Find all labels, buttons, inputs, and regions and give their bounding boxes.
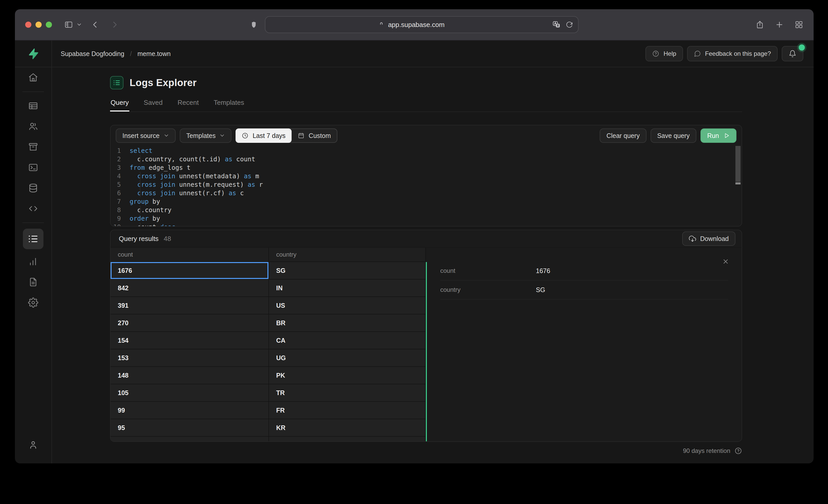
supabase-logo-icon[interactable] xyxy=(27,48,39,59)
table-header-row: countcountry xyxy=(111,247,426,262)
cell-country[interactable]: FR xyxy=(269,402,426,419)
editor-scrollbar-thumb[interactable] xyxy=(736,146,741,182)
browser-toolbar: app.supabase.com xyxy=(15,9,814,41)
cell-count[interactable]: 154 xyxy=(111,332,269,349)
sidebar-item-docs[interactable] xyxy=(24,273,42,291)
feedback-button[interactable]: Feedback on this page? xyxy=(687,46,778,61)
clock-icon xyxy=(242,132,248,139)
sidebar-item-table-editor[interactable] xyxy=(24,97,42,115)
templates-button[interactable]: Templates xyxy=(180,129,232,143)
close-window-button[interactable] xyxy=(25,21,31,28)
insert-source-button[interactable]: Insert source xyxy=(116,129,176,143)
reload-icon[interactable] xyxy=(566,21,573,28)
save-query-button[interactable]: Save query xyxy=(651,129,696,143)
tab-saved[interactable]: Saved xyxy=(143,98,163,111)
account-avatar-icon[interactable] xyxy=(28,440,38,450)
share-icon[interactable] xyxy=(755,20,764,29)
clear-query-button[interactable]: Clear query xyxy=(599,129,646,143)
cell-country[interactable]: SG xyxy=(269,262,426,279)
sidebar-item-reports[interactable] xyxy=(24,252,42,271)
sidebar-item-auth[interactable] xyxy=(24,117,42,136)
new-tab-icon[interactable] xyxy=(775,20,784,29)
cell-country[interactable]: US xyxy=(269,297,426,314)
code-line: 2 c.country, count(t.id) as count xyxy=(111,155,742,164)
question-circle-icon[interactable] xyxy=(734,447,742,455)
help-circle-icon xyxy=(652,50,659,57)
feedback-label: Feedback on this page? xyxy=(705,50,771,57)
cell-count[interactable]: 105 xyxy=(111,384,269,402)
last-7-days-segment[interactable]: Last 7 days xyxy=(236,129,292,143)
date-range-segment: Last 7 days Custom xyxy=(236,129,337,143)
settings-icon xyxy=(28,297,38,308)
run-label: Run xyxy=(707,132,719,139)
breadcrumb-separator: / xyxy=(130,50,132,57)
detail-row: countrySG xyxy=(440,280,728,300)
cell-country[interactable]: TR xyxy=(269,384,426,402)
cell-count[interactable]: 95 xyxy=(111,419,269,437)
table-row: 148PK xyxy=(111,367,426,384)
auth-icon xyxy=(28,121,38,132)
speech-bubble-icon xyxy=(694,50,701,57)
close-icon[interactable] xyxy=(722,258,729,265)
help-button[interactable]: Help xyxy=(646,46,683,61)
minimize-window-button[interactable] xyxy=(36,21,42,28)
calendar-icon xyxy=(298,132,304,139)
sql-code-editor[interactable]: 1select2 c.country, count(t.id) as count… xyxy=(111,146,742,227)
cell-count[interactable]: 1676 xyxy=(111,262,269,279)
table-row: 95KR xyxy=(111,419,426,437)
sidebar-item-storage[interactable] xyxy=(24,138,42,156)
cell-country[interactable]: CA xyxy=(269,332,426,349)
column-header-country[interactable]: country xyxy=(269,247,426,262)
code-line: 8 c.country xyxy=(111,206,742,214)
run-query-button[interactable]: Run xyxy=(700,129,737,143)
url-text: app.supabase.com xyxy=(388,21,445,29)
sidebar-item-settings[interactable] xyxy=(24,293,42,312)
desktop-background: app.supabase.com Supabase Dog xyxy=(0,0,828,504)
line-number: 8 xyxy=(111,206,130,214)
sidebar-item-database[interactable] xyxy=(24,179,42,197)
page-title: Logs Explorer xyxy=(130,77,197,88)
cell-count[interactable]: 270 xyxy=(111,314,269,332)
cell-country[interactable]: IN xyxy=(269,279,426,297)
back-icon[interactable] xyxy=(91,20,99,29)
chevron-down-icon xyxy=(219,133,225,138)
cell-count[interactable]: 391 xyxy=(111,297,269,314)
cell-country[interactable]: PK xyxy=(269,367,426,384)
sidebar-item-logs[interactable] xyxy=(23,229,43,249)
editor-actions: Clear query Save query Run xyxy=(599,129,737,143)
chevron-down-icon xyxy=(164,133,169,138)
tab-templates[interactable]: Templates xyxy=(213,98,245,111)
breadcrumb: Supabase Dogfooding / meme.town xyxy=(61,50,171,57)
sidebar-toggle-icon[interactable] xyxy=(64,20,73,29)
tab-recent[interactable]: Recent xyxy=(177,98,199,111)
cell-count[interactable]: 842 xyxy=(111,279,269,297)
cell-count[interactable]: 153 xyxy=(111,349,269,367)
cell-country[interactable]: BR xyxy=(269,314,426,332)
sidebar-item-api[interactable] xyxy=(24,199,42,218)
cell-country[interactable]: KR xyxy=(269,419,426,437)
zoom-window-button[interactable] xyxy=(46,21,52,28)
last-7-days-label: Last 7 days xyxy=(252,132,285,139)
tab-query[interactable]: Query xyxy=(110,98,129,111)
address-bar[interactable]: app.supabase.com xyxy=(265,16,579,33)
tab-overview-icon[interactable] xyxy=(795,20,803,29)
breadcrumb-page[interactable]: meme.town xyxy=(137,50,170,57)
sidebar-item-sql-editor[interactable] xyxy=(24,158,42,177)
save-query-label: Save query xyxy=(657,132,690,139)
chevron-down-icon[interactable] xyxy=(77,22,82,27)
download-button[interactable]: Download xyxy=(682,231,736,246)
custom-range-segment[interactable]: Custom xyxy=(292,129,337,142)
translate-icon[interactable] xyxy=(552,20,561,29)
forward-icon xyxy=(111,20,119,29)
sidebar-item-home[interactable] xyxy=(24,68,42,87)
notifications-button[interactable] xyxy=(782,46,803,61)
breadcrumb-project[interactable]: Supabase Dogfooding xyxy=(61,50,124,57)
cell-count[interactable]: 99 xyxy=(111,402,269,419)
cell-country[interactable]: UG xyxy=(269,349,426,367)
logo-column xyxy=(15,41,52,67)
cell-count[interactable]: 148 xyxy=(111,367,269,384)
column-header-count[interactable]: count xyxy=(111,247,269,262)
privacy-shield-icon[interactable] xyxy=(250,21,258,29)
logs-icon xyxy=(28,234,38,244)
table-row: 270BR xyxy=(111,314,426,332)
